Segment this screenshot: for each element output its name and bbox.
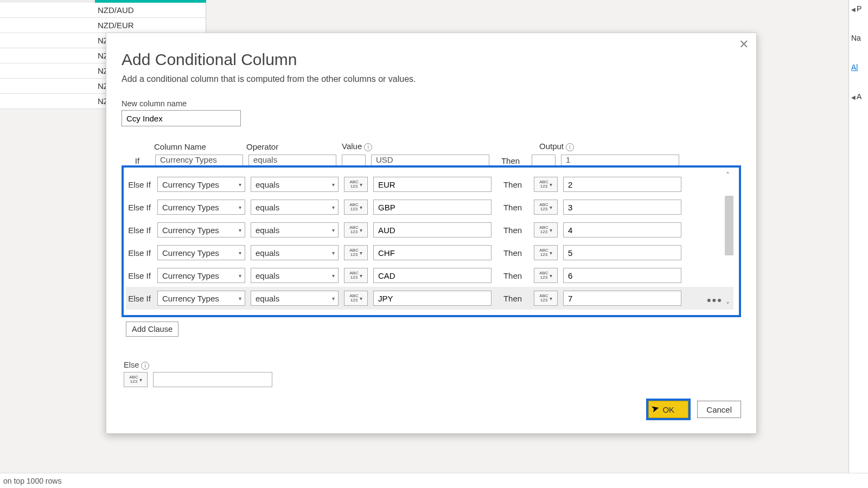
add-conditional-column-dialog: ✕ Add Conditional Column Add a condition… xyxy=(106,33,757,434)
close-icon[interactable]: ✕ xyxy=(739,38,749,50)
ok-button[interactable]: ➤ OK xyxy=(648,401,688,418)
scroll-up-icon[interactable]: ˄ xyxy=(723,171,732,179)
value-type-dropdown[interactable]: ABC123▾ xyxy=(344,200,368,215)
output-input[interactable] xyxy=(563,222,681,237)
value-input[interactable] xyxy=(373,245,492,260)
value-type-dropdown[interactable]: ABC123▾ xyxy=(344,291,368,306)
dialog-title: Add Conditional Column xyxy=(122,50,741,69)
rule-label: Else If xyxy=(127,271,152,280)
value-input[interactable] xyxy=(373,291,492,306)
column-dropdown[interactable]: Currency Types▾ xyxy=(157,177,245,192)
then-label: Then xyxy=(497,248,528,258)
rules-highlight: ˄ ˅ Else IfCurrency Types▾equals▾ABC123▾… xyxy=(122,165,741,317)
column-dropdown[interactable]: Currency Types▾ xyxy=(157,200,245,215)
value-type-dropdown[interactable]: ABC123▾ xyxy=(344,268,368,283)
output-type-dropdown[interactable]: ABC123▾ xyxy=(534,222,558,237)
scrollbar-thumb[interactable] xyxy=(725,196,733,255)
cursor-icon: ➤ xyxy=(650,401,661,415)
rule-headers: Column Name Operator Valuei Outputi xyxy=(122,142,741,151)
output-input[interactable] xyxy=(563,291,681,306)
header-column-name: Column Name xyxy=(154,142,246,151)
operator-dropdown[interactable]: equals▾ xyxy=(251,177,339,192)
column-dropdown[interactable]: Currency Types▾ xyxy=(157,291,245,306)
value-input[interactable] xyxy=(373,222,492,237)
output-type-dropdown[interactable]: ABC123▾ xyxy=(534,245,558,260)
new-column-name-label: New column name xyxy=(122,99,741,108)
then-label: Then xyxy=(497,226,528,235)
column-dropdown[interactable]: Currency Types▾ xyxy=(157,268,245,283)
output-type-dropdown[interactable]: ABC123▾ xyxy=(534,268,558,283)
output-type-dropdown[interactable]: ABC123▾ xyxy=(534,291,558,306)
value-input[interactable] xyxy=(373,177,492,192)
column-dropdown[interactable]: Currency Types▾ xyxy=(157,222,245,237)
then-label: Then xyxy=(497,180,528,189)
value-input[interactable] xyxy=(373,268,492,283)
info-icon[interactable]: i xyxy=(364,143,372,151)
status-text: on top 1000 rows xyxy=(3,477,61,485)
add-clause-button[interactable]: Add Clause xyxy=(126,322,178,337)
column-dropdown[interactable]: Currency Types▾ xyxy=(157,245,245,260)
info-icon[interactable]: i xyxy=(566,143,574,151)
header-operator: Operator xyxy=(246,142,342,151)
panel-label: P xyxy=(857,4,861,13)
header-value: Valuei xyxy=(342,142,499,151)
output-input[interactable] xyxy=(563,177,681,192)
operator-dropdown[interactable]: equals▾ xyxy=(251,268,339,283)
rule-row: Else IfCurrency Types▾equals▾ABC123▾Then… xyxy=(126,173,733,196)
rule-label: Else If xyxy=(127,226,152,235)
status-bar: on top 1000 rows xyxy=(0,473,868,488)
rule-row: Else IfCurrency Types▾equals▾ABC123▾Then… xyxy=(126,219,733,241)
output-input[interactable] xyxy=(563,245,681,260)
output-type-dropdown[interactable]: ABC123▾ xyxy=(534,177,558,192)
rule-row: Else IfCurrency Types▾equals▾ABC123▾Then… xyxy=(126,287,733,310)
rule-row: Else IfCurrency Types▾equals▾ABC123▾Then… xyxy=(126,241,733,264)
header-output: Outputi xyxy=(539,142,648,151)
info-icon[interactable]: i xyxy=(141,362,149,370)
then-label: Then xyxy=(497,294,528,303)
value-type-dropdown[interactable]: ABC123▾ xyxy=(344,222,368,237)
output-type-dropdown[interactable]: ABC123▾ xyxy=(534,200,558,215)
else-type-dropdown[interactable]: ABC123▾ xyxy=(124,372,148,387)
value-type-dropdown[interactable]: ABC123▾ xyxy=(344,177,368,192)
value-input[interactable] xyxy=(373,200,492,215)
then-label: Then xyxy=(497,271,528,280)
operator-dropdown[interactable]: equals▾ xyxy=(251,222,339,237)
scroll-down-icon[interactable]: ˅ xyxy=(723,301,732,310)
panel-link[interactable]: Al xyxy=(851,63,858,72)
table-cell[interactable]: NZD/AUD xyxy=(0,3,206,18)
operator-dropdown[interactable]: equals▾ xyxy=(251,291,339,306)
table-cell[interactable]: NZD/EUR xyxy=(0,18,206,33)
dialog-subtitle: Add a conditional column that is compute… xyxy=(122,74,741,84)
rule-row: Else IfCurrency Types▾equals▾ABC123▾Then… xyxy=(126,264,733,287)
rule-row: Else IfCurrency Types▾equals▾ABC123▾Then… xyxy=(126,196,733,219)
operator-dropdown[interactable]: equals▾ xyxy=(251,200,339,215)
rule-row-stub: If Currency Types equals USD Then 1 xyxy=(122,155,741,165)
rule-label: Else If xyxy=(127,180,152,189)
rule-label: Else If xyxy=(127,294,152,303)
right-properties-panel: ◀P Na Al ◀A xyxy=(848,0,868,488)
output-input[interactable] xyxy=(563,268,681,283)
else-label: Elsei xyxy=(124,361,741,370)
else-value-input[interactable] xyxy=(153,372,272,387)
value-type-dropdown[interactable]: ABC123▾ xyxy=(344,245,368,260)
output-input[interactable] xyxy=(563,200,681,215)
then-label: Then xyxy=(497,203,528,212)
operator-dropdown[interactable]: equals▾ xyxy=(251,245,339,260)
panel-label: Na xyxy=(851,34,861,42)
row-more-icon[interactable]: ••• xyxy=(707,293,723,307)
cancel-button[interactable]: Cancel xyxy=(697,401,741,418)
panel-label: A xyxy=(857,92,861,101)
new-column-name-input[interactable] xyxy=(122,110,241,126)
rule-label: Else If xyxy=(127,203,152,212)
rule-label: Else If xyxy=(127,248,152,258)
